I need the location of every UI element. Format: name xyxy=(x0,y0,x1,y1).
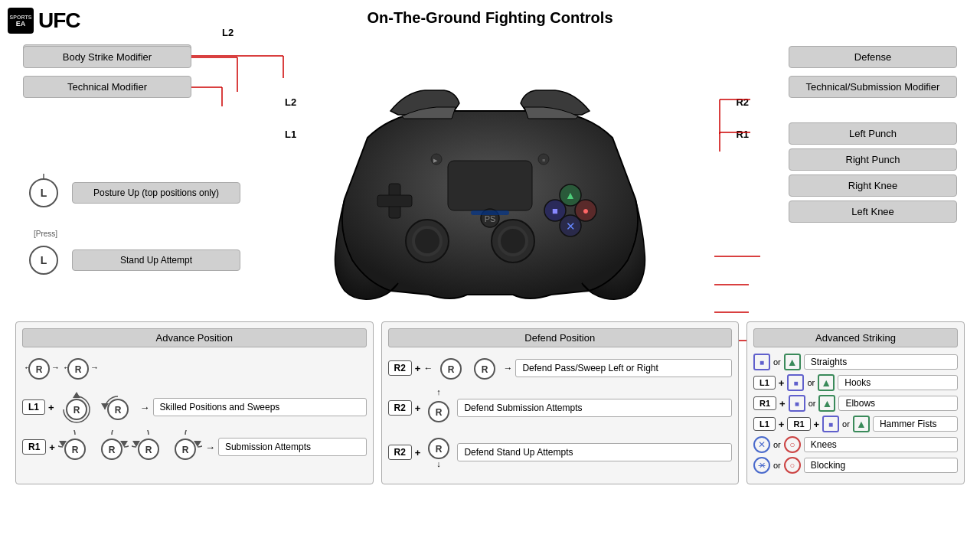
adv-row-hooks: L1 + ■ or ▲ Hooks xyxy=(753,374,958,391)
svg-text:R: R xyxy=(73,405,80,416)
hooks-result: Hooks xyxy=(838,375,958,390)
svg-text:●: ● xyxy=(583,204,589,217)
l1-adv-btn: L1 xyxy=(753,376,776,390)
circle-icon-2: ○ xyxy=(784,457,801,474)
r2-btn-2: R2 xyxy=(388,400,412,416)
left-punch-box: Left Punch xyxy=(789,122,957,145)
svg-text:L: L xyxy=(41,187,47,199)
left-stick-posture: L Posture Up (top positions only) xyxy=(23,172,240,214)
left-knee-box: Left Knee xyxy=(789,201,957,223)
svg-text:R: R xyxy=(448,364,455,375)
technical-modifier-box: Technical Modifier xyxy=(23,76,191,98)
svg-rect-20 xyxy=(377,195,412,207)
controller-image: ▶ ≡ ▲ ■ ● ✕ PS xyxy=(291,61,689,329)
right-labels-container: R2 Defense R1 Technical/Submission Modif… xyxy=(789,46,957,98)
advance-row-3: R1 + R R R xyxy=(22,430,367,464)
svg-text:→: → xyxy=(90,363,98,372)
knees-result: Knees xyxy=(804,437,958,452)
triangle-icon-3: ▲ xyxy=(818,395,835,412)
svg-text:■: ■ xyxy=(552,205,558,217)
svg-text:R: R xyxy=(482,364,488,375)
r2-btn-3: R2 xyxy=(388,445,412,460)
triangle-icon-4: ▲ xyxy=(853,416,870,432)
advanced-striking-title: Advanced Striking xyxy=(753,328,958,347)
svg-text:R: R xyxy=(75,364,82,375)
posture-up-box: Posture Up (top positions only) xyxy=(72,182,240,204)
left-stick-standup: [Press] L Stand Up Attempt xyxy=(23,230,240,281)
ea-logo: SPORTS EA xyxy=(8,8,34,34)
advance-position-title: Advance Position xyxy=(22,328,367,347)
elbows-result: Elbows xyxy=(838,396,958,411)
adv-row-knees: ✕ or ○ Knees xyxy=(753,436,958,453)
r1-hammer-btn: R1 xyxy=(787,417,810,431)
hammer-result: Hammer Fists xyxy=(873,416,958,432)
stand-up-box: Stand Up Attempt xyxy=(72,249,240,271)
advance-row-2: L1 + R R → Skilled Positions and Sweeps xyxy=(22,390,367,424)
skilled-positions-box: Skilled Positions and Sweeps xyxy=(153,398,367,416)
svg-text:R: R xyxy=(36,364,43,375)
r1-btn: R1 xyxy=(22,439,46,455)
adv-row-straights: ■ or ▲ Straights xyxy=(753,354,958,370)
tech-sub-box: Technical/Submission Modifier xyxy=(789,76,957,98)
l2-label: L2 xyxy=(222,27,234,38)
svg-text:R: R xyxy=(182,445,189,455)
right-punch-box: Right Punch xyxy=(789,148,957,171)
square-icon-3: ■ xyxy=(789,395,805,412)
blocking-result: Blocking xyxy=(804,458,958,473)
advanced-striking-panel: Advanced Striking ■ or ▲ Straights L1 + … xyxy=(746,321,965,484)
ea-text: EA xyxy=(16,20,26,28)
adv-row-hammer: L1 + R1 + ■ or ▲ Hammer Fists xyxy=(753,416,958,432)
press-label: [Press] xyxy=(34,230,240,238)
advance-position-panel: Advance Position ← R → ← R → xyxy=(15,321,374,484)
cross-icon-2: ✕ xyxy=(753,457,770,474)
r1-adv-btn: R1 xyxy=(753,396,776,410)
body-strike-modifier-box: Body Strike Modifier xyxy=(23,46,191,68)
svg-text:PS: PS xyxy=(485,214,496,223)
defend-position-title: Defend Position xyxy=(388,328,733,347)
svg-text:▲: ▲ xyxy=(565,189,576,201)
logo: SPORTS EA UFC xyxy=(8,8,80,34)
svg-text:R: R xyxy=(436,407,443,418)
svg-rect-14 xyxy=(448,161,532,210)
svg-point-23 xyxy=(415,229,439,253)
svg-text:↓: ↓ xyxy=(437,459,442,468)
adv-row-elbows: R1 + ■ or ▲ Elbows xyxy=(753,395,958,412)
svg-text:≡: ≡ xyxy=(542,158,545,163)
advance-row-1: ← R → ← R → xyxy=(22,354,367,384)
adv-row-blocking: ✕ or ○ Blocking xyxy=(753,457,958,474)
submission-box: Submission Attempts xyxy=(218,438,367,456)
svg-text:R: R xyxy=(114,405,121,416)
l1-hammer-btn: L1 xyxy=(753,417,776,431)
bottom-section: Advance Position ← R → ← R → xyxy=(15,321,965,484)
ea-sports-text: SPORTS xyxy=(10,15,32,20)
face-button-labels: Left Punch Right Punch Right Knee Left K… xyxy=(789,122,957,223)
svg-text:→: → xyxy=(51,363,59,372)
square-icon-2: ■ xyxy=(787,374,804,391)
right-knee-box: Right Knee xyxy=(789,174,957,197)
defend-pass-box: Defend Pass/Sweep Left or Right xyxy=(515,359,732,377)
triangle-icon: ▲ xyxy=(784,354,801,370)
circle-icon: ○ xyxy=(784,436,801,453)
square-icon: ■ xyxy=(753,354,770,370)
svg-marker-52 xyxy=(73,392,80,398)
svg-point-26 xyxy=(501,229,525,253)
left-labels-container: Body Strike Modifier L2 Technical Modifi… xyxy=(23,46,268,98)
defend-standup-box: Defend Stand Up Attempts xyxy=(457,443,732,461)
svg-text:✕: ✕ xyxy=(566,220,576,233)
cross-icon: ✕ xyxy=(753,436,770,453)
defend-position-panel: Defend Position R2 + ← R R → Defend Pass… xyxy=(381,321,740,484)
svg-text:R: R xyxy=(436,444,443,455)
defense-box: Defense xyxy=(789,46,957,68)
svg-text:R: R xyxy=(109,445,116,455)
defend-row-1: R2 + ← R R → Defend Pass/Sweep Left or R… xyxy=(388,354,733,383)
triangle-icon-2: ▲ xyxy=(818,374,835,391)
svg-text:R: R xyxy=(145,445,152,455)
svg-text:↑: ↑ xyxy=(437,389,442,396)
defend-row-2: R2 + ↑ R Defend Submission Attempts xyxy=(388,389,733,427)
svg-text:R: R xyxy=(72,445,79,455)
svg-rect-37 xyxy=(471,210,509,215)
page-title: On-The-Ground Fighting Controls xyxy=(0,0,980,33)
svg-text:L: L xyxy=(41,254,47,266)
square-icon-4: ■ xyxy=(822,416,839,432)
r2-btn-1: R2 xyxy=(388,360,412,376)
